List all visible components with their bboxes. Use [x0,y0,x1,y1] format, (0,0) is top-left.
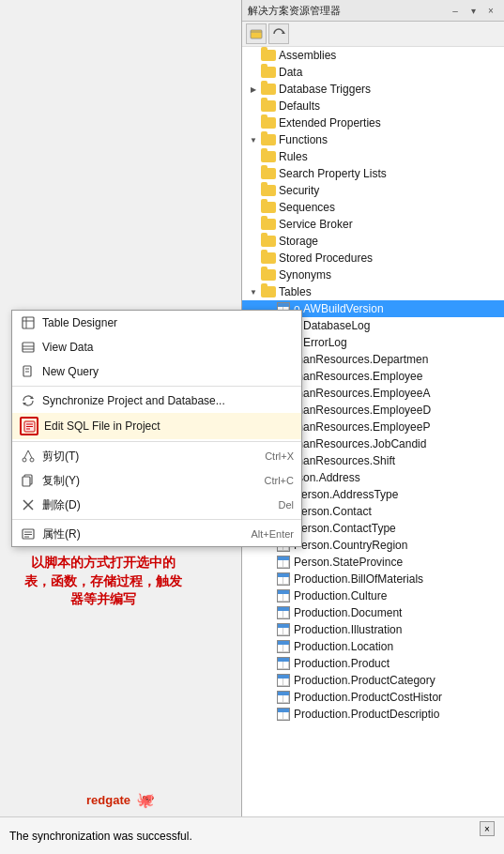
expand-assemblies[interactable] [246,48,261,63]
copy-icon [20,472,37,489]
label-contact: Person.Contact [294,505,372,518]
folder-icon-rules [261,149,276,164]
redgate-icon: 🐙 [136,791,155,809]
tree-item-billofmaterials[interactable]: Production.BillOfMaterials [242,571,504,587]
svg-point-18 [30,458,34,462]
tree-item-synonyms[interactable]: Synonyms [242,267,504,283]
ctx-sync[interactable]: Synchronize Project and Database... [12,389,301,413]
tree-item-storage[interactable]: Storage [242,233,504,250]
view-data-icon [20,339,37,356]
tree-item-search-prop[interactable]: Search Property Lists [242,165,504,182]
label-defaults: Defaults [279,99,320,113]
tree-item-db-triggers[interactable]: ▶ Database Triggers [242,81,504,98]
label-shift: manResources.Shift [294,454,395,467]
tree-item-service-broker[interactable]: Service Broker [242,216,504,233]
expand-defaults[interactable] [246,99,261,114]
label-contacttype: Person.ContactType [294,522,396,535]
toolbar-btn-2[interactable] [268,23,289,44]
status-message: The synchronization was successful. [9,830,192,843]
ctx-properties[interactable]: 属性(R) Alt+Enter [12,522,301,546]
tree-item-illustration[interactable]: Production.Illustration [242,621,504,638]
expand-security[interactable] [246,183,261,198]
folder-icon-storage [261,234,276,249]
ctx-properties-shortcut: Alt+Enter [251,528,294,540]
folder-icon-data [261,65,276,80]
tree-item-productcategory[interactable]: Production.ProductCategory [242,672,504,689]
tree-item-functions[interactable]: ▼ Functions [242,131,504,148]
label-functions: Functions [279,133,328,146]
table-icon-document [276,605,291,620]
tree-item-extended-props[interactable]: Extended Properties [242,114,504,131]
panel-title-bar: 解决方案资源管理器 – ▾ × [242,0,504,22]
ctx-delete-label: 删除(D) [42,497,272,513]
tree-item-product[interactable]: Production.Product [242,655,504,672]
ctx-sync-label: Synchronize Project and Database... [42,394,294,407]
table-icon-location [276,639,291,654]
expand-search-prop[interactable] [246,166,261,181]
tree-item-defaults[interactable]: Defaults [242,98,504,114]
tree-item-rules[interactable]: Rules [242,148,504,165]
expand-extended-props[interactable] [246,115,261,130]
expand-db-triggers[interactable]: ▶ [246,82,261,97]
ctx-cut[interactable]: 剪切(T) Ctrl+X [12,444,301,468]
float-button[interactable]: ▾ [466,3,481,18]
label-billofmaterials: Production.BillOfMaterials [294,572,423,586]
ctx-copy-shortcut: Ctrl+C [265,475,294,486]
tree-item-document[interactable]: Production.Document [242,604,504,621]
expand-rules[interactable] [246,149,261,164]
expand-synonyms[interactable] [246,267,261,282]
ctx-view-data[interactable]: View Data [12,335,301,359]
tree-item-location[interactable]: Production.Location [242,638,504,655]
tree-item-stored-procs[interactable]: Stored Procedures [242,250,504,267]
tree-item-security[interactable]: Security [242,182,504,199]
table-icon-billofmaterials [276,572,291,587]
table-icon-illustration [276,622,291,637]
tree-item-stateprovince[interactable]: Person.StateProvince [242,554,504,571]
folder-icon-stored-procs [261,251,276,266]
svg-line-20 [28,450,32,458]
expand-sequences[interactable] [246,200,261,215]
edit-sql-icon [20,417,38,435]
tree-item-productdescriptio[interactable]: Production.ProductDescriptio [242,706,504,723]
ctx-delete[interactable]: 删除(D) Del [12,493,301,517]
delete-icon [20,496,37,513]
expand-service-broker[interactable] [246,217,261,232]
tree-item-culture[interactable]: Production.Culture [242,587,504,604]
panel-title: 解决方案资源管理器 [248,4,341,18]
tree-item-sequences[interactable]: Sequences [242,199,504,216]
svg-rect-22 [23,477,30,486]
table-icon-stateprovince [276,555,291,570]
panel-icons: – ▾ × [448,3,498,18]
pin-button[interactable]: – [448,3,463,18]
ctx-copy[interactable]: 复制(Y) Ctrl+C [12,468,301,493]
cut-icon [20,448,37,465]
ctx-new-query[interactable]: New Query [12,359,301,384]
tree-item-data[interactable]: Data [242,64,504,81]
expand-functions[interactable]: ▼ [246,132,261,147]
expand-tables[interactable]: ▼ [246,284,261,299]
ctx-view-data-label: View Data [42,341,294,354]
label-search-prop: Search Property Lists [279,167,387,180]
ctx-copy-label: 复制(Y) [42,473,259,489]
tree-item-productcosthistor[interactable]: Production.ProductCostHistor [242,689,504,706]
expand-storage[interactable] [246,234,261,249]
label-location: Production.Location [294,640,393,653]
folder-icon-functions [261,132,276,147]
ctx-table-designer[interactable]: Table Designer [12,311,301,335]
folder-icon-sequences [261,200,276,215]
label-sequences: Sequences [279,201,335,214]
folder-icon-db-triggers [261,82,276,97]
label-productdescriptio: Production.ProductDescriptio [294,708,439,721]
ctx-edit-sql[interactable]: Edit SQL File in Project [12,413,301,439]
tree-item-tables[interactable]: ▼ Tables [242,283,504,300]
folder-icon-service-broker [261,217,276,232]
toolbar-btn-1[interactable] [246,23,267,44]
svg-line-19 [24,450,28,458]
close-button[interactable]: × [483,3,498,18]
expand-stored-procs[interactable] [246,251,261,266]
status-close-button[interactable]: × [480,821,495,836]
tree-item-assemblies[interactable]: Assemblies [242,47,504,64]
label-illustration: Production.Illustration [294,623,402,636]
expand-data[interactable] [246,65,261,80]
label-stateprovince: Person.StateProvince [294,556,403,569]
